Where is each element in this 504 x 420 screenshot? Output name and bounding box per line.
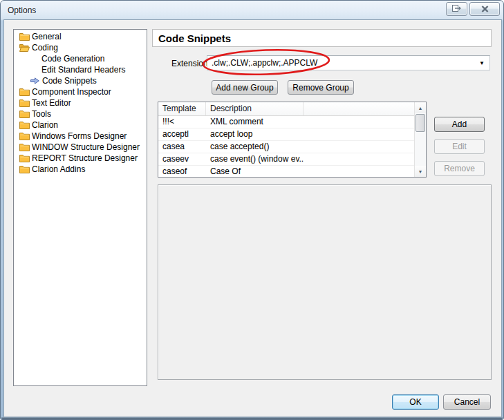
table-header-row: Template Description — [158, 102, 414, 116]
tree-item-clarion-addins[interactable]: Clarion Addins — [14, 164, 147, 175]
table-row[interactable]: caseev case event() (window ev... — [158, 153, 414, 166]
close-x-icon — [481, 3, 489, 15]
tree-item-coding[interactable]: Coding — [14, 42, 147, 53]
tree-item-label: REPORT Structure Designer — [32, 153, 138, 163]
add-button[interactable]: Add — [434, 117, 485, 132]
extensions-combobox[interactable]: .clw;.CLW;.appclw;.APPCLW ▼ — [207, 55, 490, 70]
extensions-value: .clw;.CLW;.appclw;.APPCLW — [212, 58, 479, 68]
folder-closed-icon — [19, 143, 30, 151]
tree-item-tools[interactable]: Tools — [14, 108, 147, 120]
page-title: Code Snippets — [158, 32, 231, 44]
snippet-table: Template Description !!!< XML comment ac… — [158, 102, 427, 178]
folder-closed-icon — [19, 99, 30, 107]
remove-button: Remove — [434, 161, 485, 176]
close-button[interactable] — [469, 2, 500, 16]
tree-item-label: Clarion Addins — [32, 164, 85, 174]
tree-item-label: General — [32, 32, 62, 41]
tree-item-text-editor[interactable]: Text Editor — [14, 97, 147, 108]
folder-closed-icon — [19, 132, 30, 140]
folder-closed-icon — [19, 88, 30, 96]
table-scrollbar[interactable]: ▲ ▼ — [414, 102, 426, 177]
page-arrow-icon — [451, 3, 462, 15]
folder-closed-icon — [19, 121, 30, 129]
column-header-description[interactable]: Description — [206, 102, 304, 115]
table-row[interactable]: casea case accepted() — [158, 141, 414, 153]
tree-item-label: Component Inspector — [32, 87, 111, 97]
tree-item-general[interactable]: General — [14, 31, 147, 42]
tree-item-window-structure-designer[interactable]: WINDOW Structure Designer — [14, 142, 147, 153]
folder-closed-icon — [19, 32, 30, 41]
tree-item-clarion[interactable]: Clarion — [14, 120, 147, 131]
ok-button[interactable]: OK — [392, 394, 439, 410]
column-header-blank — [304, 102, 414, 115]
window-title: Options — [8, 6, 36, 15]
options-dialog: Options General Coding Code Generati — [0, 0, 504, 420]
window-frame-bottom — [1, 417, 503, 419]
tree-item-label: WINDOW Structure Designer — [32, 142, 140, 152]
column-header-template[interactable]: Template — [158, 102, 206, 115]
table-row[interactable]: acceptl accept loop — [158, 128, 414, 141]
scroll-down-icon[interactable]: ▼ — [415, 166, 426, 177]
add-new-group-button[interactable]: Add new Group — [212, 80, 278, 95]
context-help-button[interactable] — [446, 2, 467, 16]
tree-item-label: Tools — [32, 109, 51, 119]
tree-item-component-inspector[interactable]: Component Inspector — [14, 86, 147, 97]
table-row[interactable]: !!!< XML comment — [158, 116, 414, 128]
selection-arrow-icon — [30, 77, 39, 84]
scroll-up-icon[interactable]: ▲ — [415, 102, 426, 113]
extensions-label: Extensions — [171, 59, 212, 68]
cancel-button[interactable]: Cancel — [443, 394, 491, 410]
tree-item-label: Coding — [32, 43, 58, 52]
tree-item-label: Text Editor — [32, 98, 71, 108]
dropdown-arrow-icon[interactable]: ▼ — [479, 60, 485, 66]
tree-item-code-generation[interactable]: Code Generation — [14, 53, 147, 64]
folder-closed-icon — [19, 154, 30, 162]
tree-item-label: Windows Forms Designer — [32, 131, 127, 141]
scrollbar-thumb[interactable] — [416, 114, 425, 132]
table-row[interactable]: caseof Case Of — [158, 166, 414, 178]
tree-item-label: Clarion — [32, 120, 58, 130]
folder-open-icon — [19, 44, 30, 52]
snippet-detail-panel — [158, 184, 492, 380]
edit-button: Edit — [434, 139, 485, 154]
tree-item-windows-forms-designer[interactable]: Windows Forms Designer — [14, 131, 147, 142]
options-tree: General Coding Code Generation Edit Stan… — [13, 29, 147, 386]
tree-item-code-snippets[interactable]: Code Snippets — [14, 75, 147, 86]
tree-item-label: Edit Standard Headers — [41, 65, 125, 75]
remove-group-button[interactable]: Remove Group — [288, 80, 354, 95]
panel-header: Code Snippets — [152, 29, 492, 47]
tree-item-edit-standard-headers[interactable]: Edit Standard Headers — [14, 64, 147, 75]
tree-item-label: Code Snippets — [42, 76, 97, 86]
folder-closed-icon — [19, 110, 30, 118]
folder-closed-icon — [19, 165, 30, 173]
tree-item-label: Code Generation — [41, 54, 104, 64]
tree-item-report-structure-designer[interactable]: REPORT Structure Designer — [14, 153, 147, 164]
